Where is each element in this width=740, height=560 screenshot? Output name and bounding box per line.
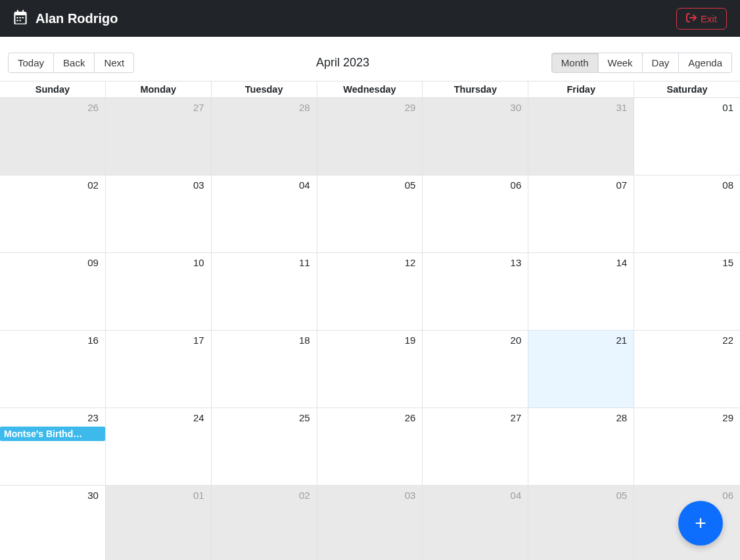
day-cell[interactable]: 07 — [528, 175, 634, 253]
view-week-button[interactable]: Week — [599, 53, 643, 73]
day-cell[interactable]: 28 — [212, 98, 317, 175]
user-name: Alan Rodrigo — [35, 11, 118, 26]
next-button[interactable]: Next — [95, 53, 134, 73]
day-number: 26 — [317, 411, 419, 423]
calendar-icon — [13, 10, 28, 28]
day-cell[interactable]: 31 — [528, 98, 634, 175]
day-number: 05 — [317, 178, 419, 191]
day-cell[interactable]: 09 — [0, 253, 106, 331]
view-day-button[interactable]: Day — [643, 53, 680, 73]
day-cell[interactable]: 11 — [212, 253, 317, 331]
weekday-header: Sunday Monday Tuesday Wednesday Thursday… — [0, 82, 740, 98]
day-number: 23 — [0, 411, 101, 423]
day-cell[interactable]: 21 — [528, 331, 634, 408]
day-number: 28 — [212, 101, 313, 113]
day-number: 02 — [212, 488, 313, 501]
toolbar-title: April 2023 — [316, 56, 369, 70]
day-cell[interactable]: 08 — [634, 175, 740, 253]
day-cell[interactable]: 02 — [0, 175, 106, 253]
day-cell[interactable]: 15 — [634, 253, 740, 331]
back-button[interactable]: Back — [54, 53, 95, 73]
today-button[interactable]: Today — [8, 53, 54, 73]
day-number: 05 — [528, 488, 630, 501]
day-number: 13 — [423, 256, 524, 268]
weekday-label: Wednesday — [317, 82, 423, 98]
weekday-label: Monday — [106, 82, 212, 98]
day-cell[interactable]: 29 — [634, 408, 740, 486]
day-number: 14 — [528, 256, 630, 268]
day-number: 24 — [106, 411, 207, 423]
day-number: 18 — [212, 333, 313, 346]
day-cell[interactable]: 28 — [528, 408, 634, 486]
add-event-button[interactable]: + — [678, 501, 723, 546]
day-cell[interactable]: 22 — [634, 331, 740, 408]
day-number: 16 — [0, 333, 101, 346]
day-number: 27 — [423, 411, 524, 423]
day-number: 21 — [528, 333, 630, 346]
day-cell[interactable]: 18 — [212, 331, 317, 408]
day-number: 30 — [0, 488, 101, 501]
sign-out-icon — [686, 12, 697, 25]
day-number: 29 — [634, 411, 736, 423]
day-cell[interactable]: 19 — [317, 331, 423, 408]
weekday-label: Tuesday — [212, 82, 317, 98]
day-cell[interactable]: 27 — [106, 98, 212, 175]
day-cell[interactable]: 26 — [317, 408, 423, 486]
day-cell[interactable]: 26 — [0, 98, 106, 175]
calendar-toolbar: Today Back Next April 2023 Month Week Da… — [0, 37, 740, 81]
calendar: Sunday Monday Tuesday Wednesday Thursday… — [0, 81, 740, 560]
day-number: 10 — [106, 256, 207, 268]
day-number: 27 — [106, 101, 207, 113]
day-cell[interactable]: 12 — [317, 253, 423, 331]
weekday-label: Thursday — [423, 82, 528, 98]
day-number: 17 — [106, 333, 207, 346]
weekday-label: Saturday — [634, 82, 740, 98]
day-number: 30 — [423, 101, 524, 113]
view-month-button[interactable]: Month — [551, 53, 599, 73]
weekday-label: Friday — [528, 82, 634, 98]
day-cell[interactable]: 20 — [423, 331, 528, 408]
day-number: 07 — [528, 178, 630, 191]
plus-icon: + — [695, 512, 706, 534]
day-cell[interactable]: 25 — [212, 408, 317, 486]
day-cell[interactable]: 17 — [106, 331, 212, 408]
day-cell[interactable]: 04 — [423, 486, 528, 560]
day-number: 04 — [423, 488, 524, 501]
day-cell[interactable]: 03 — [106, 175, 212, 253]
exit-button[interactable]: Exit — [676, 8, 727, 30]
view-group: Month Week Day Agenda — [551, 53, 732, 73]
day-cell[interactable]: 24 — [106, 408, 212, 486]
day-number: 01 — [634, 101, 736, 113]
day-cell[interactable]: 05 — [317, 175, 423, 253]
day-cell[interactable]: 29 — [317, 98, 423, 175]
day-cell[interactable]: 04 — [212, 175, 317, 253]
calendar-grid: 2627282930310102030405060708091011121314… — [0, 98, 740, 560]
day-cell[interactable]: 03 — [317, 486, 423, 560]
day-cell[interactable]: 30 — [0, 486, 106, 560]
day-cell[interactable]: 10 — [106, 253, 212, 331]
day-number: 19 — [317, 333, 419, 346]
day-number: 06 — [634, 488, 736, 501]
day-cell[interactable]: 16 — [0, 331, 106, 408]
day-number: 15 — [634, 256, 736, 268]
day-number: 29 — [317, 101, 419, 113]
day-number: 31 — [528, 101, 630, 113]
day-cell[interactable]: 30 — [423, 98, 528, 175]
exit-label: Exit — [701, 13, 717, 24]
day-cell[interactable]: 05 — [528, 486, 634, 560]
day-cell[interactable]: 27 — [423, 408, 528, 486]
day-cell[interactable]: 01 — [106, 486, 212, 560]
view-agenda-button[interactable]: Agenda — [679, 53, 732, 73]
nav-group: Today Back Next — [8, 53, 134, 73]
day-cell[interactable]: 02 — [212, 486, 317, 560]
day-number: 11 — [212, 256, 313, 268]
day-number: 26 — [0, 101, 101, 113]
day-cell[interactable]: 14 — [528, 253, 634, 331]
day-number: 08 — [634, 178, 736, 191]
day-cell[interactable]: 13 — [423, 253, 528, 331]
day-cell[interactable]: 06 — [423, 175, 528, 253]
day-cell[interactable]: 01 — [634, 98, 740, 175]
day-cell[interactable]: 23Montse's Birthd… — [0, 408, 106, 486]
day-number: 03 — [106, 178, 207, 191]
calendar-event[interactable]: Montse's Birthd… — [0, 427, 105, 441]
